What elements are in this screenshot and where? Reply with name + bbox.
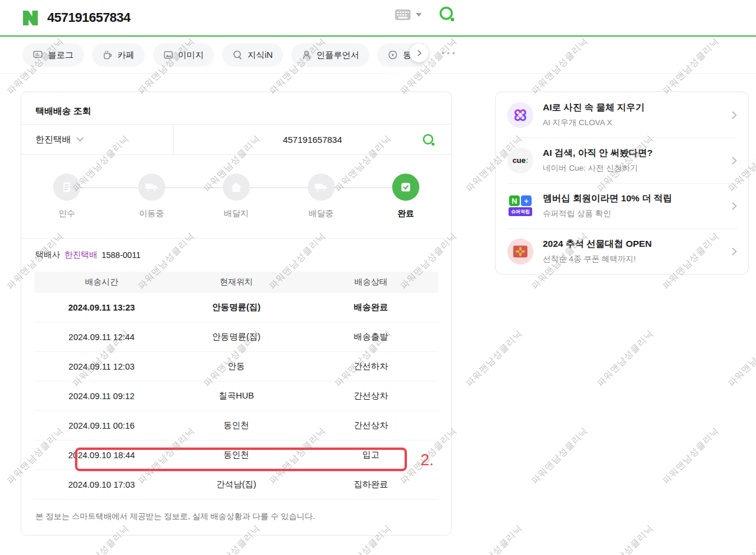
cell-time: 2024.09.11 09:12 <box>34 391 169 401</box>
cell-time: 2024.09.10 18:44 <box>34 450 169 460</box>
promo-title: 멤버십 회원이라면 10% 더 적립 <box>543 192 728 205</box>
disclaimer-note: 본 정보는 스마트택배에서 제공받는 정보로, 실제 배송상황과 다를 수 있습… <box>21 500 451 522</box>
watermark-text: 파워맨남성클리닉 <box>595 328 656 389</box>
carrier-phone: 1588-0011 <box>102 250 141 260</box>
truck-icon <box>144 179 159 195</box>
table-row: 2024.09.10 18:44 동인천 입고 <box>34 440 438 470</box>
more-options-icon[interactable] <box>442 52 455 54</box>
promo-title: AI 검색, 아직 안 써봤다면? <box>543 147 728 159</box>
cell-location: 간석남(집) <box>169 479 304 490</box>
promo-item-chuseok-gift[interactable]: 2024 추석 선물대첩 OPEN 선착순 4종 쿠폰 혜택까지! <box>496 228 748 274</box>
tab-label: 지식iN <box>247 50 273 61</box>
membership-icon: N + 슈퍼적립 <box>507 193 533 219</box>
cell-time: 2024.09.11 12:03 <box>34 362 169 371</box>
cell-status: 간선상차 <box>304 420 438 431</box>
cell-status: 배송출발 <box>304 331 438 342</box>
cell-status: 간선하차 <box>304 361 438 372</box>
image-icon <box>163 50 174 60</box>
step-label: 완료 <box>384 208 428 219</box>
cafe-icon <box>102 50 113 60</box>
naver-n-icon[interactable] <box>22 10 38 26</box>
tabs-strip: 블로그 카페 이미지 <box>22 43 424 67</box>
delivery-progress-steps: 인수 이동중 배달지 <box>21 155 451 239</box>
promo-subtitle: 슈퍼적립 상품 확인 <box>543 208 728 219</box>
search-tab-bar: 블로그 카페 이미지 <box>0 37 756 74</box>
step-complete: 완료 <box>384 174 428 238</box>
search-icon[interactable] <box>422 133 436 147</box>
promo-item-cue-search[interactable]: cue: AI 검색, 아직 안 써봤다면? 네이버 Cue: 사전 신청하기 <box>496 138 748 183</box>
parcel-tracking-card: 택배배송 조회 한진택배 457191657834 <box>21 92 452 536</box>
tab-influencer[interactable]: 인플루언서 <box>291 43 370 67</box>
keyboard-input-icon[interactable] <box>395 9 411 21</box>
cell-location: 안동명륜(집) <box>169 331 304 342</box>
chevron-down-icon <box>76 137 84 142</box>
watermark-text: 파워맨남성클리닉 <box>464 328 525 389</box>
naver-search-results-page: 457191657834 <box>0 0 756 555</box>
cell-time: 2024.09.11 12:44 <box>34 332 169 342</box>
input-tool-selector[interactable] <box>395 9 422 21</box>
cue-icon: cue: <box>507 148 533 174</box>
search-query[interactable]: 457191657834 <box>47 10 131 25</box>
tracking-number-value: 457191657834 <box>283 135 342 145</box>
promo-title: 2024 추석 선물대첩 OPEN <box>543 238 728 250</box>
step-label: 인수 <box>45 208 89 219</box>
watermark-text: 파워맨남성클리닉 <box>0 133 1 194</box>
chevron-down-icon[interactable] <box>416 13 422 17</box>
carrier-select-value: 한진택배 <box>35 134 71 145</box>
tracking-number-input[interactable]: 457191657834 <box>174 125 451 154</box>
receipt-icon <box>60 181 73 194</box>
carrier-select-dropdown[interactable]: 한진택배 <box>21 125 174 154</box>
tabs-scroll-right-button[interactable] <box>409 43 429 63</box>
tab-image[interactable]: 이미지 <box>153 43 214 67</box>
cell-time: 2024.09.11 13:23 <box>34 303 169 312</box>
tab-kin[interactable]: 지식iN <box>222 43 283 67</box>
search-icon[interactable] <box>438 5 456 23</box>
table-body: 2024.09.11 13:23 안동명륜(집) 배송완료 2024.09.11… <box>34 293 438 500</box>
step-label: 이동중 <box>130 208 174 219</box>
header: 457191657834 <box>0 0 756 37</box>
step-in-transit: 이동중 <box>130 174 174 238</box>
influencer-icon <box>301 50 312 60</box>
column-header: 배송시간 <box>34 277 169 288</box>
cell-status: 입고 <box>304 449 438 461</box>
cell-location: 동인천 <box>169 449 304 461</box>
cell-location: 동인천 <box>169 420 304 431</box>
promo-item-clova-eraser[interactable]: AI로 사진 속 물체 지우기 AI 지우개 CLOVA X <box>496 92 748 138</box>
chuseok-gift-icon <box>507 239 533 265</box>
watermark-text: 파워맨남성클리닉 <box>726 328 756 389</box>
cell-status: 배송완료 <box>304 302 438 313</box>
clova-x-icon <box>507 102 533 128</box>
watermark-text: 파워맨남성클리닉 <box>0 328 1 389</box>
chevron-right-icon <box>728 200 740 212</box>
step-delivery-area: 배달지 <box>214 174 258 238</box>
house-icon <box>229 180 243 194</box>
video-icon <box>387 50 398 60</box>
watermark-text: 파워맨남성클리닉 <box>726 523 756 555</box>
promo-subtitle: AI 지우개 CLOVA X <box>543 117 728 128</box>
check-complete-icon <box>399 181 412 194</box>
step-label: 배달지 <box>214 208 258 219</box>
watermark-text: 파워맨남성클리닉 <box>464 523 525 555</box>
chevron-right-icon <box>415 48 424 58</box>
table-row: 2024.09.11 12:44 안동명륜(집) 배송출발 <box>34 322 438 352</box>
step-pickup: 인수 <box>45 174 89 238</box>
kin-icon <box>232 50 243 60</box>
table-row: 2024.09.11 00:16 동인천 간선상차 <box>34 411 438 440</box>
cell-status: 집하완료 <box>304 479 438 490</box>
step-label: 배달중 <box>299 208 343 219</box>
tab-cafe[interactable]: 카페 <box>92 43 145 67</box>
column-header: 배송상태 <box>304 277 438 288</box>
carrier-info-row: 택배사 한진택배 1588-0011 <box>21 239 451 272</box>
promo-sidebar-card: AI로 사진 속 물체 지우기 AI 지우개 CLOVA X cue: AI 검… <box>495 92 749 275</box>
carrier-link[interactable]: 한진택배 <box>64 250 97 260</box>
card-title: 택배배송 조회 <box>21 92 451 124</box>
step-out-for-delivery: 배달중 <box>299 174 343 238</box>
promo-item-membership[interactable]: N + 슈퍼적립 멤버십 회원이라면 10% 더 적립 슈퍼적립 상품 확인 <box>496 183 748 228</box>
tab-blog[interactable]: 블로그 <box>22 43 84 67</box>
table-row: 2024.09.11 12:03 안동 간선하차 <box>34 352 438 381</box>
watermark-text: 파워맨남성클리닉 <box>529 425 591 487</box>
tab-label: 이미지 <box>178 50 204 61</box>
blog-icon <box>32 50 43 60</box>
watermark-text: 파워맨남성클리닉 <box>0 523 1 555</box>
truck-icon <box>314 179 329 195</box>
